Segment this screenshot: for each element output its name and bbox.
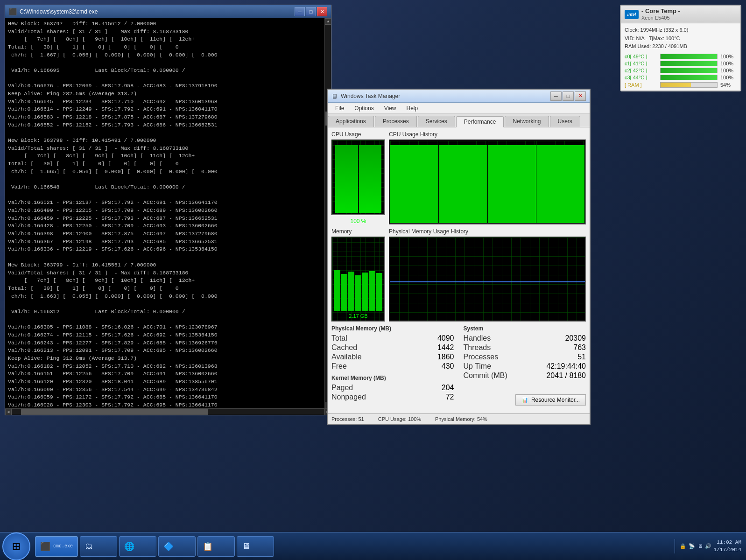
commit-label: Commit (MB) [464, 371, 507, 380]
tm-maximize-button[interactable]: □ [563, 91, 574, 101]
cmd-title: C:\Windows\system32\cmd.exe [20, 8, 295, 15]
cpu-section: CPU Usage 100 % CPU Usage History [331, 131, 586, 224]
taskbar-clock[interactable]: 11:02 AM 1/17/2014 [714, 539, 741, 553]
taskbar-item-terminal[interactable]: 📋 [197, 536, 235, 557]
tm-menu-view[interactable]: View [380, 104, 401, 112]
system-stats: System Handles 20309 Threads 763 Process… [464, 325, 586, 406]
processes-row: Processes 51 [464, 352, 586, 362]
mem-seg-3 [348, 272, 354, 311]
chrome-taskbar-icon: 🌐 [124, 541, 134, 552]
memory-history-label: Physical Memory Usage History [389, 228, 586, 235]
tab-processes[interactable]: Processes [375, 116, 417, 127]
tm-minimize-button[interactable]: ─ [550, 91, 562, 101]
core-fill-0 [390, 145, 438, 223]
tm-menu-help[interactable]: Help [402, 104, 423, 112]
taskbar-item-chrome[interactable]: 🌐 [119, 536, 156, 557]
system-title: System [464, 325, 586, 332]
free-row: Free 430 [331, 362, 454, 371]
available-value: 1860 [437, 353, 454, 361]
cmd-taskbar-label: cmd.exe [53, 544, 73, 549]
ram-pct: 54% [720, 82, 737, 88]
core-2-fill [661, 68, 717, 73]
cmd-icon: ⬛ [9, 8, 17, 15]
core-3-track [660, 75, 718, 80]
tm-titlebar[interactable]: 🖥 Windows Task Manager ─ □ ✕ [328, 90, 590, 103]
cached-label: Cached [331, 343, 357, 352]
core-temp-body: Clock: 1994MHz (332 x 6.0) VID: N/A - Tj… [621, 23, 740, 91]
core-fill-1 [439, 145, 487, 223]
core-3-fill [661, 75, 717, 80]
cmd-window-controls: ─ □ ✕ [295, 7, 327, 16]
threads-value: 763 [573, 343, 586, 352]
cmd-taskbar-icon: ⬛ [40, 541, 50, 552]
terminal-taskbar-icon: 📋 [203, 541, 213, 552]
cmd-hscrollbar[interactable]: ◀ ▶ [5, 408, 331, 415]
resource-monitor-button[interactable]: 📊 Resource Monitor... [515, 394, 586, 406]
tm-window-controls: ─ □ ✕ [550, 91, 586, 101]
memory-section: Memory 2.17 GB [331, 228, 586, 322]
commit-value: 2041 / 8180 [546, 371, 586, 380]
core-2-pct: 100% [720, 68, 737, 73]
core-temp-clock: Clock: 1994MHz (332 x 6.0) [625, 26, 737, 35]
threads-row: Threads 763 [464, 343, 586, 352]
taskbar-item-taskmgr[interactable]: 🖥 [237, 536, 274, 557]
status-memory: Physical Memory: 54% [435, 416, 487, 422]
cmd-scroll-left-button[interactable]: ◀ [5, 409, 12, 415]
available-row: Available 1860 [331, 352, 454, 362]
core-3-pct: 100% [720, 75, 737, 80]
cmd-text-output: New Block: 363797 - Diff: 10.415612 / 7.… [8, 20, 328, 408]
nonpaged-label: Nonpaged [331, 393, 366, 401]
tm-title: Windows Task Manager [341, 93, 550, 99]
commit-row: Commit (MB) 2041 / 8180 [464, 371, 586, 380]
core-temp-cores: c0[ 49°C ] 100% c1[ 41°C ] 100% c2[ 42°C… [625, 54, 737, 88]
core-temp-app-title: - Core Temp - [641, 7, 680, 14]
physical-memory-title: Physical Memory (MB) [331, 325, 454, 332]
kernel-memory-title: Kernel Memory (MB) [331, 375, 454, 381]
cmd-minimize-button[interactable]: ─ [295, 7, 305, 16]
cpu-history-panel: CPU Usage History [389, 131, 586, 224]
tray-icon-3: 🖥 [697, 543, 703, 549]
tm-menu-file[interactable]: File [331, 104, 349, 112]
folder-taskbar-icon: 🗂 [85, 541, 93, 551]
cmd-maximize-button[interactable]: □ [306, 7, 316, 16]
tray-icon-2: 📡 [689, 543, 695, 549]
cmd-close-button[interactable]: ✕ [317, 7, 327, 16]
core-temp-header: intel - Core Temp - Xeon E5405 [621, 6, 740, 23]
taskbar-item-app3[interactable]: 🔷 [158, 536, 196, 557]
tm-performance-content: CPU Usage 100 % CPU Usage History [328, 127, 590, 413]
core-3-row: c3[ 44°C ] 100% [625, 75, 737, 80]
taskbar-item-cmd[interactable]: ⬛ cmd.exe [35, 536, 78, 557]
tm-close-button[interactable]: ✕ [575, 91, 586, 101]
memory-history-panel: Physical Memory Usage History [389, 228, 586, 322]
tm-menu-options[interactable]: Options [350, 104, 378, 112]
uptime-value: 42:19:44:40 [546, 362, 586, 371]
mem-seg-4 [355, 275, 361, 311]
start-button[interactable]: ⊞ [2, 532, 30, 560]
tab-performance[interactable]: Performance [456, 116, 504, 127]
core-3-label: c3[ 44°C ] [625, 75, 657, 80]
ram-label: [ RAM ] [625, 82, 657, 88]
cpu-bar-1 [335, 145, 358, 213]
taskbar-item-folder[interactable]: 🗂 [80, 536, 117, 557]
cmd-scroll-up-button[interactable]: ▲ [325, 18, 331, 25]
threads-label: Threads [464, 343, 491, 352]
core-0-label: c0[ 49°C ] [625, 54, 657, 59]
ram-row: [ RAM ] 54% [625, 82, 737, 88]
cmd-hscroll-track[interactable] [12, 409, 324, 415]
available-label: Available [331, 353, 362, 361]
cpu-bar-container [334, 140, 382, 214]
cpu-meter [331, 140, 385, 215]
tab-networking[interactable]: Networking [505, 116, 549, 127]
tab-users[interactable]: Users [550, 116, 580, 127]
core-2-row: c2[ 42°C ] 100% [625, 68, 737, 73]
tray-icon-volume: 🔊 [705, 543, 711, 549]
tab-applications[interactable]: Applications [328, 116, 374, 127]
tm-statusbar: Processes: 51 CPU Usage: 100% Physical M… [328, 413, 590, 424]
tab-services[interactable]: Services [418, 116, 455, 127]
cpu-history-chart [389, 140, 586, 224]
mem-seg-6 [369, 271, 375, 311]
clock-date: 1/17/2014 [714, 546, 741, 553]
core-1-row: c1[ 41°C ] 100% [625, 61, 737, 66]
cmd-titlebar[interactable]: ⬛ C:\Windows\system32\cmd.exe ─ □ ✕ [5, 5, 331, 18]
resource-monitor-icon: 📊 [521, 397, 528, 403]
